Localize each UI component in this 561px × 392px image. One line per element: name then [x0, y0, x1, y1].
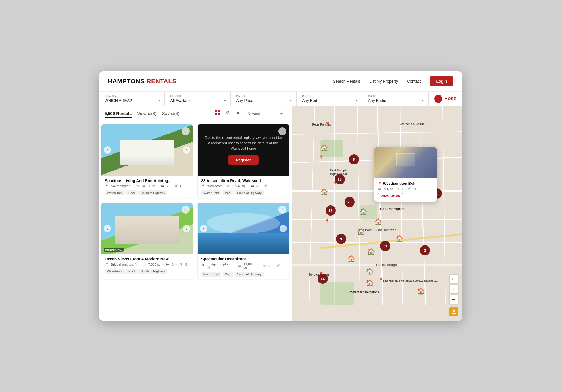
map-pin-peter: 📍	[325, 122, 330, 127]
more-filters-button[interactable]: ⋯ MORE	[428, 92, 462, 106]
filter-baths-value: Any Baths	[368, 98, 386, 103]
map-user-icon[interactable]	[449, 307, 458, 316]
filter-baths-label: BATHS	[368, 95, 424, 98]
app-container: HAMPTONS RENTALS Search Rentals List My …	[99, 71, 462, 321]
popup-sqft-icon: ▭	[378, 187, 381, 191]
listing-card[interactable]: RENDERING ‹ › ♡ Ocean Views From A Moder…	[101, 203, 193, 279]
register-button[interactable]: Register	[228, 155, 259, 165]
listing-card[interactable]: ‹ › ♡ Spacious Living And Entertaining..…	[101, 124, 193, 198]
tab-all[interactable]: 5,500 Rentals	[105, 110, 132, 118]
map-house-icon[interactable]: 🏠	[357, 228, 365, 235]
listing-sqft: 14,000 sq	[141, 184, 156, 188]
header: HAMPTONS RENTALS Search Rentals List My …	[99, 71, 462, 92]
listing-body: Ocean Views From A Modern New... 📍 Bridg…	[101, 254, 193, 276]
next-image-button[interactable]: ›	[280, 225, 287, 232]
next-image-button[interactable]: ›	[183, 146, 190, 154]
listings-grid: ‹ › ♡ Spacious Living And Entertaining..…	[99, 122, 292, 282]
svg-line-17	[292, 132, 462, 134]
map-cluster-9[interactable]: 9	[336, 234, 346, 244]
map-cluster-5[interactable]: 5	[349, 154, 359, 164]
map-house-icon[interactable]: 🏠	[366, 268, 374, 275]
filter-beds[interactable]: BEDS Any Bed ▾	[297, 92, 362, 106]
tab-viewed[interactable]: Viewed(3)	[137, 110, 156, 118]
svg-point-7	[237, 113, 238, 114]
save-listing-button[interactable]: ♡	[278, 127, 286, 135]
prev-image-button[interactable]: ‹	[200, 225, 207, 232]
save-listing-button[interactable]: ♡	[278, 206, 286, 214]
map-cluster-20[interactable]: 20	[345, 197, 355, 207]
listing-image-wrap: ‹ › ♡	[198, 203, 289, 254]
popup-baths-icon: 🚿	[407, 187, 411, 191]
map-house-icon[interactable]: 🏠	[320, 188, 328, 196]
save-listing-button[interactable]: ♡	[182, 206, 190, 214]
nav-list-property[interactable]: List My Property	[369, 79, 398, 84]
map-house-icon[interactable]: 🏠	[320, 144, 328, 152]
map-house-icon[interactable]: 🏠	[374, 218, 382, 226]
listing-overlay: Due to the recent rental registry law, y…	[198, 124, 289, 176]
filter-price-value: Any Price	[236, 98, 253, 103]
view-more-button[interactable]: VIEW MORE	[378, 193, 404, 199]
location-button[interactable]	[234, 109, 242, 118]
tag-pool: Pool	[126, 190, 137, 195]
main-body: 5,500 Rentals Viewed(3) Saved(4)	[99, 106, 462, 321]
prev-image-button[interactable]: ‹	[104, 225, 111, 232]
svg-point-5	[227, 112, 228, 113]
more-label: MORE	[445, 97, 457, 101]
listing-title: 38 Association Road, Wainscott	[201, 178, 286, 183]
listing-baths: 9	[185, 263, 187, 266]
location-icon: 📍	[105, 184, 109, 188]
map-house-icon[interactable]: 🏠	[417, 288, 425, 295]
listing-meta: 📍 Bridgehampton, N · ▭ 11,000 sq · 🛏 7 ·…	[201, 262, 286, 269]
listing-beds: 7	[167, 184, 168, 188]
map-zoom-in-button[interactable]: +	[449, 285, 458, 294]
map-cluster-15[interactable]: 15	[335, 174, 345, 184]
listing-meta: 📍 Bridgehampton, N · ▭ 7,630 sq · 🛏 8 · …	[105, 262, 189, 266]
tag-south-highway: South of Highway	[138, 190, 167, 195]
nav-contact[interactable]: Contact	[407, 79, 421, 84]
map-cluster-13[interactable]: 13	[380, 241, 390, 251]
map-popup[interactable]: 📍 Westhampton Bch ▭ 480 sq 🛏 5 🚿 4 VIEW …	[374, 147, 437, 202]
filter-price[interactable]: PRICE Any Price ▾	[231, 92, 297, 106]
map-panel[interactable]: 5 15 20 18 9 13 2 1 14 🏠 🏠 🏠 🏠 🏠 🏠 🏠 🏠 🏠	[292, 106, 462, 321]
next-image-button[interactable]: ›	[183, 225, 190, 232]
filter-period-label: PERIOD	[170, 95, 226, 98]
filter-towns[interactable]: TOWNS WHICH AREA? ▾	[99, 92, 165, 106]
nav-search-rentals[interactable]: Search Rentals	[333, 79, 360, 84]
popup-beds-icon: 🛏	[396, 187, 400, 191]
map-house-icon[interactable]: 🏠	[366, 279, 374, 287]
map-cluster-18[interactable]: 18	[326, 205, 336, 216]
beds-chevron-icon: ▾	[356, 99, 358, 103]
beds-icon: 🛏	[166, 263, 170, 266]
svg-point-26	[453, 278, 455, 280]
save-listing-button[interactable]: ♡	[182, 127, 190, 135]
map-house-icon[interactable]: 🏠	[360, 208, 367, 216]
sort-select[interactable]: Newest Oldest Price: Low to High Price: …	[245, 110, 286, 118]
tag-south-highway: South of Highway	[235, 190, 264, 195]
map-house-icon[interactable]: 🏠	[396, 235, 403, 243]
map-house-icon[interactable]: 🏠	[367, 248, 375, 255]
filter-period[interactable]: PERIOD All Available ▾	[165, 92, 231, 106]
popup-meta: ▭ 480 sq 🛏 5 🚿 4	[378, 187, 433, 191]
map-house-icon[interactable]: 🏠	[347, 255, 355, 262]
map-cluster-14[interactable]: 14	[318, 274, 328, 284]
login-button[interactable]: Login	[430, 76, 453, 86]
filter-bar: TOWNS WHICH AREA? ▾ PERIOD All Available…	[99, 92, 462, 106]
map-locate-button[interactable]	[449, 274, 458, 283]
listing-beds: 7	[268, 264, 270, 268]
listing-card[interactable]: ‹ › ♡ Spectacular Oceanfront... 📍 Bridge…	[197, 203, 289, 279]
svg-line-19	[357, 106, 360, 305]
tab-saved[interactable]: Saved(4)	[162, 110, 180, 118]
listing-card[interactable]: Due to the recent rental registry law, y…	[197, 124, 289, 198]
popup-location-text: Westhampton Bch	[383, 181, 416, 185]
svg-rect-0	[215, 110, 217, 112]
prev-image-button[interactable]: ‹	[104, 146, 111, 154]
sqft-icon: ▭	[238, 264, 241, 268]
grid-view-button[interactable]	[214, 109, 221, 118]
listing-sqft: 6,537 sq	[232, 184, 245, 188]
listing-meta: 📍 Southampton · ▭ 14,000 sq · 🛏 7 · 🚿 8	[105, 184, 189, 188]
map-cluster-2[interactable]: 2	[420, 245, 430, 255]
filter-baths[interactable]: BATHS Any Baths ▾	[362, 92, 428, 106]
map-zoom-out-button[interactable]: −	[449, 295, 458, 304]
overlay-text: Due to the recent rental registry law, y…	[203, 135, 283, 151]
map-pin-button[interactable]	[224, 109, 232, 118]
